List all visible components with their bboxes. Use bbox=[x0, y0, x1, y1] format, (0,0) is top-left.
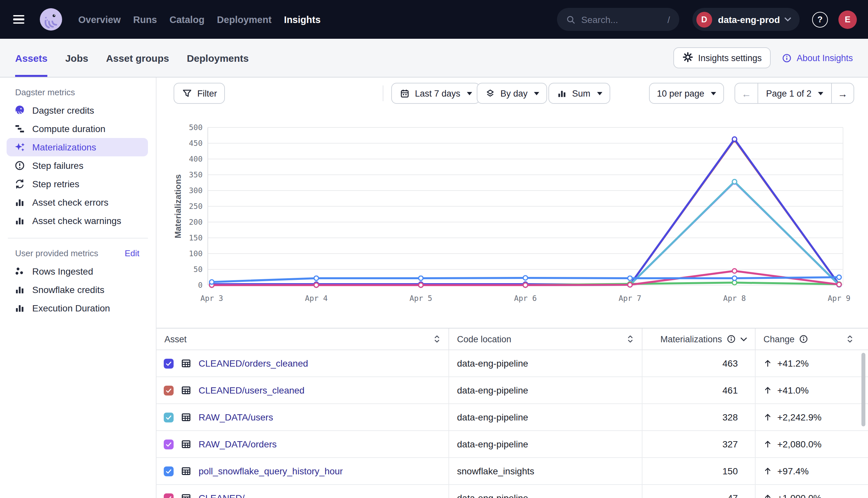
sidebar-item-asset-check-warnings[interactable]: Asset check warnings bbox=[7, 212, 148, 230]
data-point[interactable] bbox=[732, 179, 737, 184]
vertical-scrollbar[interactable] bbox=[861, 353, 865, 427]
tab-asset-groups[interactable]: Asset groups bbox=[106, 39, 169, 77]
info-icon[interactable] bbox=[727, 335, 736, 344]
code-location-cell: snowflake_insights bbox=[448, 458, 642, 484]
workspace-switcher[interactable]: D data-eng-prod bbox=[692, 8, 800, 31]
column-header-asset[interactable]: Asset bbox=[156, 328, 448, 350]
data-point[interactable] bbox=[732, 269, 737, 273]
change-cell: +2,242.9% bbox=[755, 404, 868, 430]
dots-icon bbox=[14, 266, 25, 277]
bar-chart-icon bbox=[14, 303, 25, 313]
prev-page-button[interactable]: ← bbox=[735, 83, 757, 103]
help-icon[interactable]: ? bbox=[812, 12, 828, 27]
asset-link[interactable]: poll_snowflake_query_history_hour bbox=[199, 466, 343, 476]
per-page-label: 10 per page bbox=[657, 88, 704, 98]
data-point[interactable] bbox=[314, 283, 319, 287]
search-input[interactable] bbox=[581, 14, 667, 25]
asset-link[interactable]: CLEANED/… bbox=[199, 493, 254, 498]
dagster-logo-icon[interactable] bbox=[39, 7, 63, 31]
asset-link[interactable]: RAW_DATA/orders bbox=[199, 439, 277, 449]
code-location-cell: data-eng-pipeline bbox=[448, 431, 642, 457]
aggregation-button[interactable]: Sum bbox=[548, 83, 610, 104]
data-point[interactable] bbox=[837, 275, 841, 279]
per-page-button[interactable]: 10 per page bbox=[649, 83, 724, 104]
row-checkbox[interactable] bbox=[164, 466, 174, 476]
column-header-change[interactable]: Change bbox=[755, 328, 868, 350]
filter-funnel-icon bbox=[181, 88, 192, 99]
tab-deployments[interactable]: Deployments bbox=[187, 39, 248, 77]
change-value: +1,000.0% bbox=[777, 493, 822, 498]
asset-cell: RAW_DATA/users bbox=[156, 404, 448, 430]
sidebar-item-execution-duration[interactable]: Execution Duration bbox=[7, 299, 148, 317]
sidebar-edit-link[interactable]: Edit bbox=[125, 248, 139, 258]
column-header-code-location[interactable]: Code location bbox=[448, 328, 642, 350]
sparkle-icon bbox=[14, 142, 25, 153]
data-point[interactable] bbox=[732, 280, 737, 285]
topnav-link-insights[interactable]: Insights bbox=[284, 14, 321, 25]
sidebar-item-compute-duration[interactable]: Compute duration bbox=[7, 120, 148, 138]
insights-settings-button[interactable]: Insights settings bbox=[673, 47, 771, 68]
sidebar-item-dagster-credits[interactable]: Dagster credits bbox=[7, 101, 148, 120]
data-point[interactable] bbox=[419, 283, 423, 287]
topnav-link-overview[interactable]: Overview bbox=[78, 14, 121, 25]
sort-icon[interactable] bbox=[433, 335, 441, 344]
code-location-column-label: Code location bbox=[457, 334, 511, 344]
asset-link[interactable]: RAW_DATA/users bbox=[199, 412, 273, 422]
row-checkbox[interactable] bbox=[164, 412, 174, 422]
row-checkbox[interactable] bbox=[164, 493, 174, 498]
caret-down-icon bbox=[534, 92, 539, 95]
main-content: Filter Last 7 days By day bbox=[156, 78, 868, 498]
tab-assets[interactable]: Assets bbox=[15, 39, 47, 77]
next-page-button[interactable]: → bbox=[831, 83, 854, 103]
page-indicator-button[interactable]: Page 1 of 2 bbox=[757, 83, 831, 103]
sort-icon[interactable] bbox=[627, 335, 634, 344]
info-icon[interactable] bbox=[799, 335, 808, 344]
asset-link[interactable]: CLEANED/orders_cleaned bbox=[199, 358, 308, 369]
data-point[interactable] bbox=[628, 276, 632, 280]
sidebar-item-rows-ingested[interactable]: Rows Ingested bbox=[7, 262, 148, 280]
x-axis-tick: Apr 4 bbox=[305, 294, 328, 303]
chevron-down-icon bbox=[784, 17, 791, 22]
arrow-up-icon bbox=[764, 386, 772, 395]
chart-line[interactable] bbox=[212, 140, 839, 285]
topnav-link-runs[interactable]: Runs bbox=[133, 14, 157, 25]
user-avatar[interactable]: E bbox=[839, 10, 857, 29]
filter-button[interactable]: Filter bbox=[174, 83, 225, 104]
data-point[interactable] bbox=[523, 276, 528, 280]
topnav-link-deployment[interactable]: Deployment bbox=[217, 14, 271, 25]
info-icon bbox=[782, 53, 792, 63]
hamburger-menu-icon[interactable] bbox=[13, 15, 24, 24]
row-checkbox[interactable] bbox=[164, 439, 174, 449]
chevron-down-icon[interactable] bbox=[740, 337, 747, 341]
search-input-container[interactable]: / bbox=[557, 8, 679, 31]
caret-down-icon bbox=[597, 92, 602, 95]
sort-icon[interactable] bbox=[846, 335, 854, 344]
page-indicator-label: Page 1 of 2 bbox=[766, 88, 812, 98]
chart-line[interactable] bbox=[212, 139, 839, 285]
sidebar-item-snowflake-credits[interactable]: Snowflake credits bbox=[7, 280, 148, 299]
topnav-link-catalog[interactable]: Catalog bbox=[170, 14, 204, 25]
data-point[interactable] bbox=[314, 276, 319, 280]
date-range-button[interactable]: Last 7 days bbox=[391, 83, 480, 104]
change-value: +2,242.9% bbox=[777, 412, 822, 422]
change-cell: +2,080.0% bbox=[755, 431, 868, 457]
data-point[interactable] bbox=[419, 276, 423, 280]
data-point[interactable] bbox=[628, 283, 632, 287]
data-point[interactable] bbox=[732, 276, 737, 280]
sidebar-item-step-failures[interactable]: Step failures bbox=[7, 156, 148, 175]
asset-link[interactable]: CLEANED/users_cleaned bbox=[199, 385, 305, 395]
tab-jobs[interactable]: Jobs bbox=[65, 39, 88, 77]
sidebar-item-step-retries[interactable]: Step retries bbox=[7, 175, 148, 193]
about-insights-link[interactable]: About Insights bbox=[782, 53, 853, 63]
data-point[interactable] bbox=[523, 283, 528, 287]
column-header-materializations[interactable]: Materializations bbox=[642, 328, 755, 350]
arrow-up-icon bbox=[764, 412, 772, 422]
sidebar-item-asset-check-errors[interactable]: Asset check errors bbox=[7, 193, 148, 212]
data-point[interactable] bbox=[732, 137, 737, 142]
data-point[interactable] bbox=[837, 282, 841, 287]
row-checkbox[interactable] bbox=[164, 385, 174, 395]
data-point[interactable] bbox=[209, 280, 214, 285]
granularity-button[interactable]: By day bbox=[477, 83, 547, 104]
row-checkbox[interactable] bbox=[164, 358, 174, 368]
sidebar-item-materializations[interactable]: Materializations bbox=[7, 138, 148, 156]
